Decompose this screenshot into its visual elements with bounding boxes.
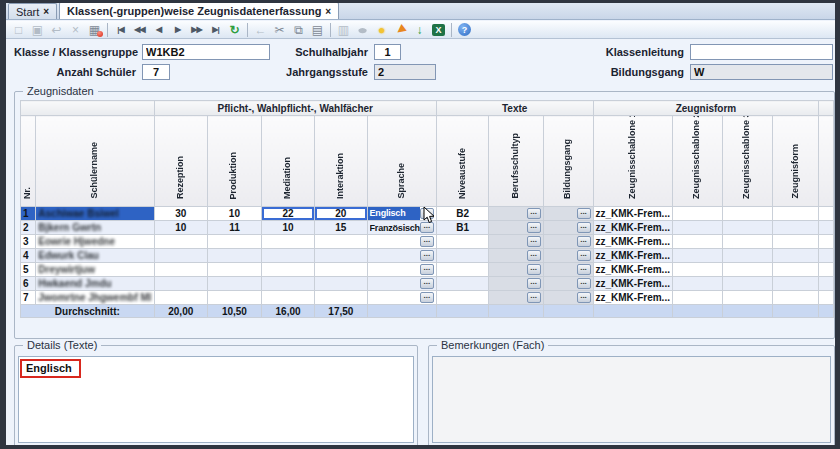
cell-name[interactable]: Dreywirtjuw — [36, 263, 154, 277]
cell-mediation[interactable] — [261, 249, 314, 263]
cell-berufsschultyp[interactable]: ... — [489, 207, 543, 221]
cell-sprache[interactable]: Englisch... — [367, 207, 436, 221]
cell-zeugnisform[interactable] — [773, 249, 819, 263]
cell-interaktion[interactable] — [315, 277, 367, 291]
cell-schablone3[interactable] — [722, 235, 773, 249]
cell-bildungsgang[interactable]: ... — [543, 235, 593, 249]
schulhalbjahr-input[interactable] — [374, 44, 401, 60]
cell-zeugnisform[interactable] — [773, 277, 819, 291]
ellipsis-button[interactable]: ... — [527, 236, 541, 247]
ellipsis-button[interactable]: ... — [577, 264, 591, 275]
delete-icon[interactable]: × — [67, 22, 84, 37]
cell-nr[interactable]: 2 — [21, 221, 36, 235]
cell-sprache[interactable]: ... — [367, 249, 436, 263]
cell-rezeption[interactable] — [154, 291, 207, 305]
cell-schablone1[interactable]: zz_KMK-Frem... — [593, 235, 672, 249]
ellipsis-button[interactable]: ... — [420, 292, 434, 303]
copy-icon[interactable]: ⧉ — [290, 22, 307, 37]
cell-zeugnisform[interactable] — [773, 263, 819, 277]
cell-filler[interactable] — [819, 207, 834, 221]
cell-schablone2[interactable] — [672, 207, 722, 221]
cell-zeugnisform[interactable] — [773, 207, 819, 221]
ellipsis-button[interactable]: ... — [527, 222, 541, 233]
ellipsis-button[interactable]: ... — [527, 292, 541, 303]
klasse-input[interactable] — [142, 44, 270, 60]
cell-schablone2[interactable] — [672, 235, 722, 249]
cell-nr[interactable]: 7 — [21, 291, 36, 305]
cell-schablone2[interactable] — [672, 263, 722, 277]
cell-interaktion[interactable] — [315, 263, 367, 277]
ellipsis-button[interactable]: ... — [420, 250, 434, 261]
cell-sprache[interactable]: Französisch... — [367, 221, 436, 235]
cell-rezeption[interactable] — [154, 263, 207, 277]
cell-bildungsgang[interactable]: ... — [543, 221, 593, 235]
cell-schablone1[interactable]: zz_KMK-Frem... — [593, 249, 672, 263]
cell-sprache[interactable]: ... — [367, 277, 436, 291]
cell-produktion[interactable] — [207, 235, 261, 249]
save-icon[interactable]: ▣ — [29, 22, 46, 37]
cell-mediation[interactable] — [261, 263, 314, 277]
cell-schablone1[interactable]: zz_KMK-Frem... — [593, 207, 672, 221]
cell-schablone3[interactable] — [722, 249, 773, 263]
cell-rezeption[interactable]: 30 — [154, 207, 207, 221]
cell-produktion[interactable] — [207, 263, 261, 277]
cell-schablone2[interactable] — [672, 291, 722, 305]
tab-zeugnisdatenerfassung[interactable]: Klassen(-gruppen)weise Zeugnisdatenerfas… — [59, 2, 339, 19]
cell-filler[interactable] — [819, 249, 834, 263]
ellipsis-button[interactable]: ... — [577, 222, 591, 233]
refresh-icon[interactable]: ↻ — [226, 22, 243, 37]
cell-nr[interactable]: 6 — [21, 277, 36, 291]
cell-zeugnisform[interactable] — [773, 221, 819, 235]
cell-bildungsgang[interactable]: ... — [543, 249, 593, 263]
cell-produktion[interactable] — [207, 249, 261, 263]
cell-schablone2[interactable] — [672, 221, 722, 235]
hint-icon[interactable]: ● — [373, 22, 390, 37]
ellipsis-button[interactable]: ... — [420, 264, 434, 275]
bemerkungen-textarea[interactable] — [432, 356, 831, 443]
cell-sprache[interactable]: ... — [367, 291, 436, 305]
cell-name[interactable]: Jwomrtne Jhgwembf Ml — [36, 291, 154, 305]
cell-name[interactable]: Edwurk Clau — [36, 249, 154, 263]
undo-icon[interactable]: ↩ — [48, 22, 65, 37]
cell-nr[interactable]: 5 — [21, 263, 36, 277]
cell-schablone3[interactable] — [722, 207, 773, 221]
help-icon[interactable]: ? — [456, 22, 473, 37]
cell-filler[interactable] — [819, 291, 834, 305]
cell-zeugnisform[interactable] — [773, 235, 819, 249]
cell-schablone2[interactable] — [672, 277, 722, 291]
cell-rezeption[interactable] — [154, 249, 207, 263]
ellipsis-button[interactable]: ... — [527, 250, 541, 261]
cut-icon[interactable]: ✂ — [271, 22, 288, 37]
cell-produktion[interactable]: 11 — [207, 221, 261, 235]
cell-mediation[interactable] — [261, 291, 314, 305]
nav-fast-prev-icon[interactable]: ◀◀ — [131, 22, 148, 37]
ellipsis-button[interactable]: ... — [420, 222, 434, 233]
cell-berufsschultyp[interactable]: ... — [489, 249, 543, 263]
ellipsis-button[interactable]: ... — [420, 278, 434, 289]
cell-niveaustufe[interactable] — [436, 249, 488, 263]
back-icon[interactable]: ← — [252, 22, 269, 37]
cell-berufsschultyp[interactable]: ... — [489, 277, 543, 291]
cell-sprache[interactable]: ... — [367, 263, 436, 277]
cell-bildungsgang[interactable]: ... — [543, 277, 593, 291]
cell-schablone1[interactable]: zz_KMK-Frem... — [593, 291, 672, 305]
cell-berufsschultyp[interactable]: ... — [489, 235, 543, 249]
paste-icon[interactable]: ▤ — [309, 22, 326, 37]
ellipsis-button[interactable]: ... — [527, 278, 541, 289]
nav-next-icon[interactable]: ▶ — [169, 22, 186, 37]
cell-mediation[interactable]: 10 — [261, 221, 314, 235]
cell-rezeption[interactable] — [154, 235, 207, 249]
nav-last-icon[interactable]: ▶| — [207, 22, 224, 37]
nav-fast-next-icon[interactable]: ▶▶ — [188, 22, 205, 37]
cell-niveaustufe[interactable] — [436, 263, 488, 277]
cell-schablone2[interactable] — [672, 249, 722, 263]
cell-nr[interactable]: 3 — [21, 235, 36, 249]
ellipsis-button[interactable]: ... — [527, 208, 541, 219]
ellipsis-button[interactable]: ... — [577, 208, 591, 219]
cell-bildungsgang[interactable]: ... — [543, 291, 593, 305]
nav-first-icon[interactable]: |◀ — [112, 22, 129, 37]
cell-schablone1[interactable]: zz_KMK-Frem... — [593, 277, 672, 291]
cell-mediation[interactable] — [261, 235, 314, 249]
cell-berufsschultyp[interactable]: ... — [489, 291, 543, 305]
ellipsis-button[interactable]: ... — [420, 208, 434, 219]
